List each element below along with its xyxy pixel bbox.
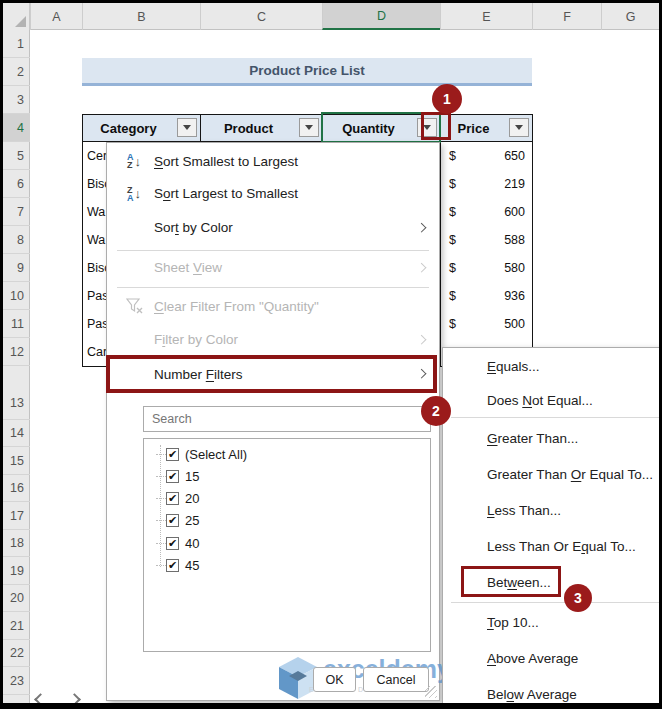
sheet-nav-left-icon[interactable] [34,693,47,706]
filter-value-label: (Select All) [185,447,247,462]
header-cell-price[interactable]: Price [440,114,533,142]
price-cell[interactable]: $588 [440,226,533,255]
row-header-8[interactable]: 8 [3,226,30,254]
search-input[interactable] [143,406,431,432]
menu-item-label: Filter by Color [154,332,238,347]
row-header-9[interactable]: 9 [3,254,30,282]
column-header-a[interactable]: A [30,3,82,30]
filter-value-item[interactable]: ✔40 [144,532,430,554]
filter-value-item[interactable]: ✔20 [144,488,430,510]
submenu-arrow-icon [417,334,427,344]
row-header-16[interactable]: 16 [3,475,30,502]
price-value: 936 [504,289,525,303]
column-header-strip: ABCDEFG [3,3,659,30]
submenu-item-greater-than[interactable]: Greater Than... [444,420,662,456]
currency-symbol: $ [449,317,456,331]
row-header-7[interactable]: 7 [3,198,30,226]
checkbox-checked-icon[interactable]: ✔ [166,470,179,483]
column-header-b[interactable]: B [82,3,200,30]
header-cell-quantity[interactable]: Quantity [322,114,441,142]
filter-value-item[interactable]: ✔45 [144,555,430,577]
submenu-item-between[interactable]: Between... [444,564,662,600]
cancel-button[interactable]: Cancel [363,667,429,692]
price-cell[interactable]: $580 [440,254,533,283]
column-header-g[interactable]: G [601,3,659,30]
checkbox-checked-icon[interactable]: ✔ [166,448,179,461]
menu-item-number-filters[interactable]: Number Filters [108,356,438,392]
filter-value-item[interactable]: ✔25 [144,510,430,532]
menu-divider [117,287,429,288]
row-header-20[interactable]: 20 [3,585,30,612]
price-cell[interactable]: $600 [440,198,533,227]
row-header-14[interactable]: 14 [3,420,30,447]
filter-value-label: 40 [185,536,199,551]
sheet-title-cell[interactable]: Product Price List [82,58,532,86]
checkbox-checked-icon[interactable]: ✔ [166,514,179,527]
resize-grip[interactable] [425,686,437,698]
submenu-item-does-not-equal[interactable]: Does Not Equal... [444,382,662,418]
row-header-1[interactable]: 1 [3,30,30,58]
column-header-d[interactable]: D [322,3,440,30]
checkbox-checked-icon[interactable]: ✔ [166,537,179,550]
header-cell-product[interactable]: Product [200,114,323,142]
row-header-2[interactable]: 2 [3,58,30,86]
filter-dropdown-arrow-icon [423,125,431,130]
menu-item-sort-by-color[interactable]: Sort by Color [108,211,438,244]
row-header-5[interactable]: 5 [3,142,30,170]
row-header-15[interactable]: 15 [3,448,30,475]
menu-item-sort-largest-to-smallest[interactable]: ZA↓ Sort Largest to Smallest [108,177,438,210]
row-header-21[interactable]: 21 [3,613,30,640]
submenu-arrow-icon [417,222,427,232]
row-header-6[interactable]: 6 [3,170,30,198]
filter-button-category[interactable] [177,118,197,137]
filter-value-item[interactable]: ✔(Select All) [144,443,430,465]
submenu-item-less-than-or-equal-to[interactable]: Less Than Or Equal To... [444,528,662,564]
price-cell[interactable]: $936 [440,282,533,311]
step-badge-3: 3 [564,584,592,612]
tree-stub [156,565,166,566]
menu-item-label: Sort Smallest to Largest [154,154,298,169]
checkbox-checked-icon[interactable]: ✔ [166,492,179,505]
row-header-3[interactable]: 3 [3,86,30,114]
ok-button[interactable]: OK [313,667,356,692]
row-header-12[interactable]: 12 [3,338,30,366]
price-value: 588 [504,233,525,247]
column-header-f[interactable]: F [532,3,601,30]
clear-filter-icon [116,298,152,314]
filter-button-product[interactable] [299,118,319,137]
menu-item-sort-smallest-to-largest[interactable]: AZ↓ Sort Smallest to Largest [108,145,438,177]
column-header-c[interactable]: C [200,3,322,30]
submenu-item-above-average[interactable]: Above Average [444,640,662,676]
price-cell[interactable]: $650 [440,142,533,171]
tree-stub [156,520,166,521]
menu-item-filter-by-color: Filter by Color [108,323,438,356]
row-header-11[interactable]: 11 [3,310,30,338]
filter-dropdown-arrow-icon [305,125,313,130]
row-header-10[interactable]: 10 [3,282,30,310]
price-cell[interactable]: $219 [440,170,533,199]
submenu-item-equals[interactable]: Equals... [444,348,662,384]
filter-value-label: 20 [185,491,199,506]
menu-item-label: Number Filters [154,367,243,382]
filter-button-quantity[interactable] [417,118,437,137]
row-header-4[interactable]: 4 [3,114,30,142]
filter-value-item[interactable]: ✔15 [144,465,430,487]
submenu-item-greater-than-or-equal-to[interactable]: Greater Than Or Equal To... [444,456,662,492]
submenu-item-below-average[interactable]: Below Average [444,676,662,709]
sheet-nav-right-icon[interactable] [68,693,81,706]
row-header-23[interactable]: 23 [3,668,30,695]
column-header-e[interactable]: E [440,3,532,30]
row-header-17[interactable]: 17 [3,503,30,530]
filter-button-price[interactable] [509,118,529,137]
price-cell[interactable]: $500 [440,310,533,339]
checkbox-checked-icon[interactable]: ✔ [166,559,179,572]
row-header-13[interactable]: 13 [3,366,30,420]
select-all-corner[interactable] [3,3,30,30]
row-header-18[interactable]: 18 [3,530,30,557]
submenu-item-less-than[interactable]: Less Than... [444,492,662,528]
menu-item-label: Clear Filter From "Quantity" [154,299,319,314]
header-cell-category[interactable]: Category [82,114,201,142]
submenu-item-top-10[interactable]: Top 10... [444,604,662,640]
row-header-22[interactable]: 22 [3,640,30,667]
row-header-19[interactable]: 19 [3,558,30,585]
